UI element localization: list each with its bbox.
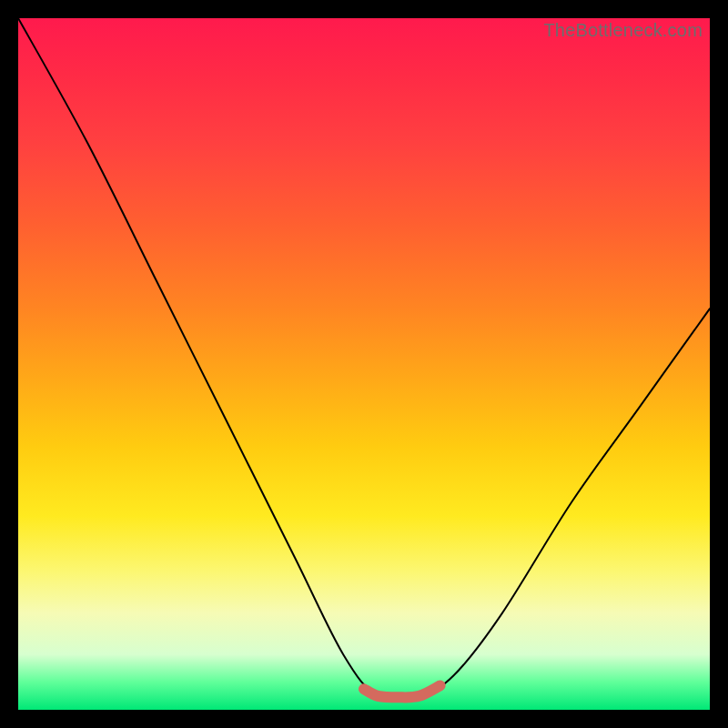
optimal-range-highlight [364, 685, 440, 697]
watermark-text: TheBottleneck.com [543, 20, 703, 41]
curve-layer [18, 18, 710, 710]
chart-frame: TheBottleneck.com [0, 0, 728, 728]
plot-area: TheBottleneck.com [18, 18, 710, 710]
bottleneck-curve [18, 18, 710, 700]
